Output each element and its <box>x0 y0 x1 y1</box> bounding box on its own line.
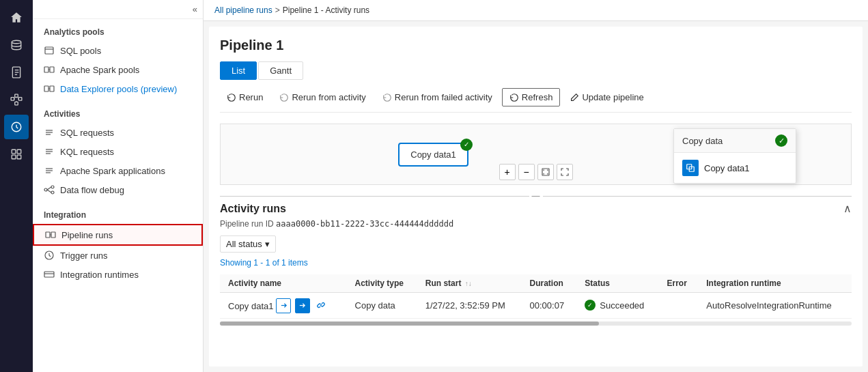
update-pipeline-button[interactable]: Update pipeline <box>563 89 650 106</box>
tab-gantt[interactable]: Gantt <box>258 61 303 80</box>
svg-rect-18 <box>45 47 53 54</box>
spark-pools-icon <box>44 64 55 75</box>
activity-runs-section: Activity runs ∧ Pipeline run ID aaaa0000… <box>220 202 852 326</box>
rerun-from-failed-icon <box>382 93 392 102</box>
notebook-icon-btn[interactable] <box>4 60 29 85</box>
sidebar-item-apache-spark-pools[interactable]: Apache Spark pools <box>33 60 203 79</box>
rerun-from-activity-icon <box>279 93 289 102</box>
pipeline-runs-icon <box>45 229 56 240</box>
main-content: All pipeline runs > Pipeline 1 - Activit… <box>204 0 868 372</box>
breadcrumb-separator: > <box>275 5 280 15</box>
rerun-button[interactable]: Rerun <box>220 89 270 106</box>
sidebar-item-kql-requests[interactable]: KQL requests <box>33 142 203 161</box>
svg-rect-20 <box>44 67 48 72</box>
data-icon-btn[interactable] <box>4 33 29 57</box>
col-integration-runtime: Integration runtime <box>698 274 852 293</box>
status-success-icon: ✓ <box>585 300 596 311</box>
trigger-runs-label: Trigger runs <box>60 251 108 261</box>
sidebar: « Analytics pools SQL pools Apache Spark… <box>33 0 204 372</box>
activity-block[interactable]: Copy data1 ✓ <box>398 143 468 167</box>
copy-data-popup-header: Copy data ✓ <box>674 129 796 153</box>
row-action-output-btn[interactable] <box>295 298 310 313</box>
sidebar-item-sql-pools[interactable]: SQL pools <box>33 41 203 60</box>
scrollbar-thumb <box>220 321 599 326</box>
breadcrumb-all-pipeline-runs[interactable]: All pipeline runs <box>214 5 272 15</box>
sidebar-item-pipeline-runs[interactable]: Pipeline runs <box>33 224 203 246</box>
col-run-start: Run start ↑↓ <box>417 274 522 293</box>
integrate-icon-btn[interactable] <box>4 87 29 112</box>
manage-icon-btn[interactable] <box>4 142 29 167</box>
cell-activity-name: Copy data1 <box>220 293 347 319</box>
data-flow-icon <box>44 184 55 195</box>
sidebar-item-sql-requests[interactable]: SQL requests <box>33 123 203 142</box>
col-error: Error <box>659 274 699 293</box>
home-icon-btn[interactable] <box>4 5 29 30</box>
refresh-icon <box>509 93 519 102</box>
cell-error <box>659 293 699 319</box>
activity-runs-header: Activity runs ∧ <box>220 202 852 215</box>
tab-list[interactable]: List <box>220 61 257 80</box>
analytics-pools-title: Analytics pools <box>33 19 203 41</box>
cell-status: ✓ Succeeded <box>576 293 658 319</box>
monitor-icon-btn[interactable] <box>4 115 29 139</box>
data-explorer-icon <box>44 83 55 94</box>
data-explorer-label: Data Explorer pools (preview) <box>60 84 177 94</box>
cell-integration-runtime: AutoResolveIntegrationRuntime <box>698 293 852 319</box>
fit-view-button[interactable] <box>537 164 554 180</box>
fullscreen-button[interactable] <box>557 164 573 180</box>
refresh-button[interactable]: Refresh <box>502 88 561 106</box>
row-action-link-btn[interactable] <box>313 298 328 313</box>
svg-rect-16 <box>12 155 16 159</box>
sort-icon: ↑↓ <box>465 280 472 287</box>
status-filter-label: All status <box>226 239 262 249</box>
runs-table: Activity name Activity type Run start ↑↓… <box>220 274 852 319</box>
svg-rect-17 <box>17 155 21 159</box>
integration-title: Integration <box>33 202 203 224</box>
svg-rect-24 <box>50 86 54 91</box>
run-id-value: aaaa0000-bb11-2222-33cc-444444dddddd <box>276 219 453 229</box>
activity-runs-collapse-icon[interactable]: ∧ <box>843 202 852 215</box>
content-area: Pipeline 1 List Gantt Rerun Rerun from a… <box>209 27 863 367</box>
spark-apps-icon <box>44 165 55 176</box>
runs-table-container: Activity name Activity type Run start ↑↓… <box>220 274 852 326</box>
svg-rect-44 <box>44 272 54 277</box>
apache-spark-pools-label: Apache Spark pools <box>60 65 139 75</box>
col-activity-type: Activity type <box>347 274 417 293</box>
showing-text: Showing 1 - 1 of 1 items <box>220 258 852 268</box>
sidebar-item-apache-spark-apps[interactable]: Apache Spark applications <box>33 161 203 180</box>
svg-rect-15 <box>17 149 21 154</box>
tab-bar: List Gantt <box>220 61 852 80</box>
zoom-in-button[interactable]: + <box>499 164 516 180</box>
copy-data-item[interactable]: Copy data1 <box>674 153 796 183</box>
breadcrumb-current: Pipeline 1 - Activity runs <box>283 5 369 15</box>
sidebar-item-trigger-runs[interactable]: Trigger runs <box>33 246 203 265</box>
zoom-out-button[interactable]: − <box>518 164 535 180</box>
section-divider: — <box>220 196 852 197</box>
rerun-from-failed-button[interactable]: Rerun from failed activity <box>376 89 499 106</box>
sidebar-item-data-flow-debug[interactable]: Data flow debug <box>33 180 203 199</box>
sidebar-item-integration-runtimes[interactable]: Integration runtimes <box>33 265 203 284</box>
rerun-icon <box>227 93 236 102</box>
table-row: Copy data1 C <box>220 293 852 319</box>
icon-bar <box>0 0 33 372</box>
horizontal-scrollbar[interactable] <box>220 321 852 326</box>
trigger-runs-icon <box>44 250 55 261</box>
sql-requests-icon <box>44 127 55 138</box>
svg-rect-23 <box>44 86 48 91</box>
copy-data-success-check: ✓ <box>775 134 787 147</box>
apache-spark-apps-label: Apache Spark applications <box>60 166 165 176</box>
row-action-input-btn[interactable] <box>276 298 291 313</box>
breadcrumb: All pipeline runs > Pipeline 1 - Activit… <box>204 0 868 21</box>
svg-rect-14 <box>12 149 16 154</box>
rerun-from-activity-button[interactable]: Rerun from activity <box>272 89 372 106</box>
cell-duration: 00:00:07 <box>522 293 577 319</box>
sidebar-item-data-explorer[interactable]: Data Explorer pools (preview) <box>33 79 203 98</box>
copy-data-popup: Copy data ✓ Copy data1 <box>673 128 796 184</box>
svg-point-37 <box>51 191 54 194</box>
col-duration: Duration <box>522 274 577 293</box>
sidebar-collapse-btn[interactable]: « <box>33 0 203 19</box>
svg-line-39 <box>47 190 51 192</box>
status-filter-dropdown[interactable]: All status ▾ <box>220 235 276 253</box>
activity-success-badge: ✓ <box>460 139 473 151</box>
activity-block-label: Copy data1 <box>410 149 456 160</box>
